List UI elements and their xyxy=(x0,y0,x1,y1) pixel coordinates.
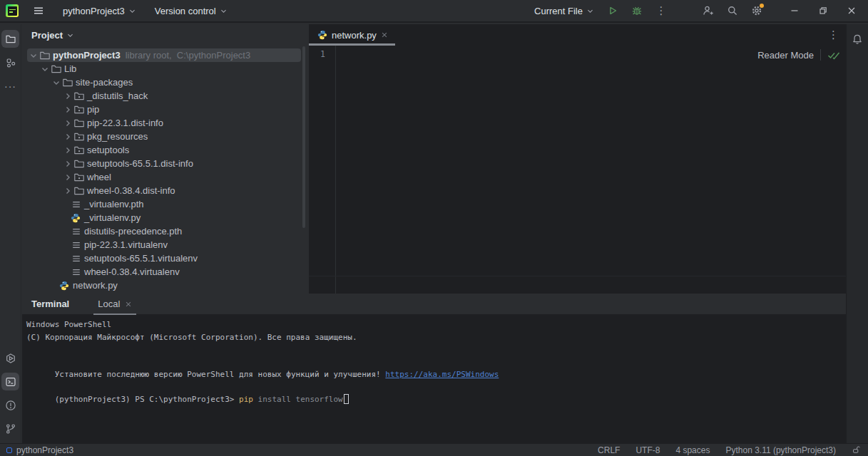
tree-item-label: Lib xyxy=(64,63,76,74)
tree-item-label: pip-22.3.1.virtualenv xyxy=(84,239,168,250)
code-with-me-button[interactable] xyxy=(698,1,718,20)
search-everywhere-button[interactable] xyxy=(723,1,742,20)
interpreter-widget[interactable]: Python 3.11 (pythonProject3) xyxy=(725,445,836,455)
encoding-widget[interactable]: UTF-8 xyxy=(635,445,660,455)
settings-button[interactable] xyxy=(747,1,767,20)
tree-item-label: pythonProject3 xyxy=(53,50,121,61)
chevron-down-icon xyxy=(128,7,136,15)
project-panel-scrollbar[interactable] xyxy=(302,46,305,228)
more-toolwindows-button[interactable]: ··· xyxy=(1,77,19,95)
tree-item-pip[interactable]: pip xyxy=(22,103,309,116)
editor-pane: network.py ⋮ 1 Reader Mode xyxy=(309,24,846,294)
tree-item-virtualenv-pth[interactable]: _virtualenv.pth xyxy=(22,197,309,211)
terminal-panel-title[interactable]: Terminal xyxy=(31,299,69,309)
tree-item-virtualenv-py[interactable]: _virtualenv.py xyxy=(22,211,309,224)
terminal-link[interactable]: https://aka.ms/PSWindows xyxy=(385,370,499,379)
unlocked-icon[interactable] xyxy=(852,445,861,455)
problems-icon xyxy=(5,400,16,411)
terminal-line: Windows PowerShell xyxy=(26,318,846,331)
chevron-expanded-icon[interactable] xyxy=(28,50,39,61)
more-actions-button[interactable]: ⋮ xyxy=(651,1,671,20)
vcs-selector[interactable]: Version control xyxy=(150,3,232,19)
tree-item-pip-virtualenv[interactable]: pip-22.3.1.virtualenv xyxy=(22,238,309,252)
restore-button[interactable] xyxy=(811,1,835,20)
tree-item-setuptools[interactable]: setuptools xyxy=(22,143,309,157)
notifications-button[interactable] xyxy=(849,30,867,48)
problems-toolwindow-button[interactable] xyxy=(1,396,19,414)
python-file-icon xyxy=(317,30,327,40)
tree-item-setuptools-virtualenv[interactable]: setuptools-65.5.1.virtualenv xyxy=(22,252,309,265)
folder-icon xyxy=(62,77,74,88)
tree-item-Lib[interactable]: Lib xyxy=(22,62,309,76)
project-marker-icon xyxy=(6,447,12,453)
divider xyxy=(820,49,821,61)
text-file-icon xyxy=(71,226,83,237)
terminal-prompt: (pythonProject3) PS C:\pythonProject3> xyxy=(55,395,239,404)
project-selector[interactable]: pythonProject3 xyxy=(58,3,141,19)
chevron-collapsed-icon[interactable] xyxy=(62,145,73,156)
chevron-expanded-icon[interactable] xyxy=(51,77,62,88)
tab-close-icon[interactable] xyxy=(125,301,132,308)
terminal-line: (C) Корпорация Майкрософт (Microsoft Cor… xyxy=(26,331,846,344)
reader-mode-widget[interactable]: Reader Mode xyxy=(757,49,840,61)
debug-button[interactable] xyxy=(627,1,647,20)
tree-item-pkg-resources[interactable]: pkg_resources xyxy=(22,130,309,143)
tree-item-pip-dist-info[interactable]: pip-22.3.1.dist-info xyxy=(22,116,309,130)
vcs-selector-label: Version control xyxy=(155,6,216,16)
chevron-expanded-icon[interactable] xyxy=(39,63,51,75)
chevron-collapsed-icon[interactable] xyxy=(62,172,73,183)
chevron-down-icon xyxy=(66,31,74,39)
tree-item-pythonProject3[interactable]: pythonProject3 library root, C:\pythonPr… xyxy=(22,48,309,62)
structure-icon xyxy=(5,57,16,68)
tree-item-site-packages[interactable]: site-packages xyxy=(22,76,309,89)
package-icon xyxy=(73,172,86,183)
terminal-toolwindow-button[interactable] xyxy=(1,373,19,390)
statusbar-project-widget[interactable]: pythonProject3 xyxy=(0,445,73,455)
chevron-collapsed-icon[interactable] xyxy=(62,185,73,197)
editor-viewport-divider xyxy=(309,276,846,276)
terminal-panel: Terminal Local Windows PowerShell (C) Ко… xyxy=(22,294,846,443)
terminal-line: Установите последнюю версию PowerShell д… xyxy=(26,356,846,369)
chevron-collapsed-icon[interactable] xyxy=(62,131,73,142)
minimize-button[interactable] xyxy=(782,1,807,20)
editor-tab-network-py[interactable]: network.py xyxy=(309,24,395,46)
run-button[interactable] xyxy=(603,1,623,20)
terminal-line-blank xyxy=(26,343,846,356)
terminal-tab-local[interactable]: Local xyxy=(93,294,136,315)
tree-item-wheel-dist-info[interactable]: wheel-0.38.4.dist-info xyxy=(22,184,309,197)
editor-tab-label: network.py xyxy=(332,30,377,41)
editor-options-button[interactable]: ⋮ xyxy=(828,28,846,41)
tree-item-label: setuptools-65.5.1.dist-info xyxy=(87,158,193,169)
chevron-collapsed-icon[interactable] xyxy=(62,90,73,102)
structure-toolwindow-button[interactable] xyxy=(1,53,19,71)
main-menu-button[interactable] xyxy=(29,1,48,20)
text-file-icon xyxy=(71,253,83,264)
tree-item-label: _virtualenv.pth xyxy=(84,199,144,209)
text-file-icon xyxy=(71,239,83,251)
chevron-collapsed-icon[interactable] xyxy=(62,118,73,129)
tree-item-wheel[interactable]: wheel xyxy=(22,170,309,184)
services-toolwindow-button[interactable] xyxy=(1,349,19,367)
vcs-toolwindow-button[interactable] xyxy=(1,420,19,437)
terminal-output[interactable]: Windows PowerShell (C) Корпорация Майкро… xyxy=(22,315,846,393)
play-icon xyxy=(607,5,618,16)
tree-item-distutils-precedence-pth[interactable]: distutils-precedence.pth xyxy=(22,224,309,238)
inspections-ok-icon[interactable] xyxy=(827,50,840,60)
project-panel-header[interactable]: Project xyxy=(22,24,309,46)
project-selector-label: pythonProject3 xyxy=(63,6,125,16)
close-button[interactable] xyxy=(839,1,864,20)
terminal-command-args: install tensorflow xyxy=(253,395,343,404)
line-separator-widget[interactable]: CRLF xyxy=(598,445,620,455)
run-config-selector[interactable]: Current File xyxy=(530,3,598,19)
tab-close-icon[interactable] xyxy=(381,31,388,38)
tree-item-setuptools-dist-info[interactable]: setuptools-65.5.1.dist-info xyxy=(22,157,309,170)
indent-widget[interactable]: 4 spaces xyxy=(675,445,710,455)
chevron-collapsed-icon[interactable] xyxy=(62,158,73,170)
chevron-collapsed-icon[interactable] xyxy=(62,104,73,115)
project-toolwindow-button[interactable] xyxy=(1,30,19,48)
tree-item-network-py[interactable]: network.py xyxy=(22,279,309,292)
editor-content[interactable]: 1 Reader Mode xyxy=(309,46,846,294)
tree-item-wheel-virtualenv[interactable]: wheel-0.38.4.virtualenv xyxy=(22,265,309,279)
tree-item-distutils-hack[interactable]: _distutils_hack xyxy=(22,89,309,103)
folder-icon xyxy=(51,63,63,75)
